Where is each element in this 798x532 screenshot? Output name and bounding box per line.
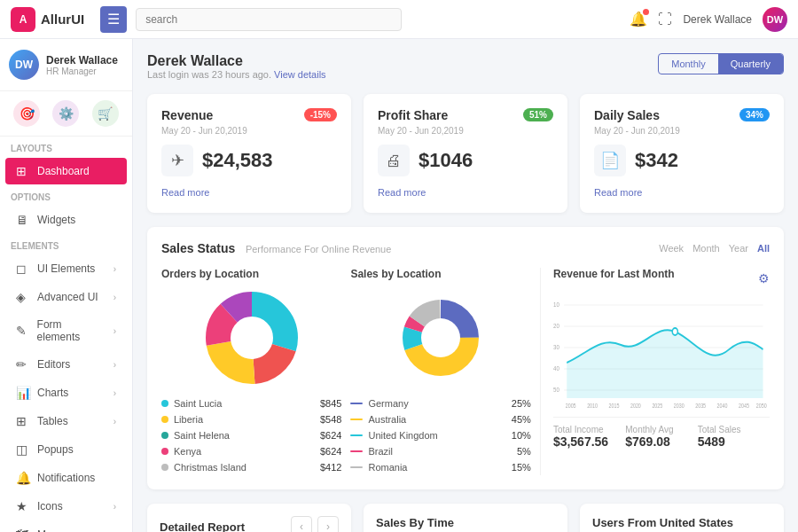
legend-color-dot xyxy=(161,448,168,455)
quarterly-toggle-button[interactable]: Quarterly xyxy=(718,54,783,74)
notification-bell-icon[interactable]: 🔔 xyxy=(630,11,647,27)
legend-label: Romania xyxy=(368,462,407,473)
legend-label: Brazil xyxy=(368,446,393,457)
daily-sales-card: Daily Sales 34% May 20 - Jun 20,2019 📄 $… xyxy=(580,94,784,213)
profile-role: HR Manager xyxy=(46,66,118,76)
sidebar-item-label: Maps xyxy=(37,528,63,532)
advanced-ui-icon: ◈ xyxy=(16,290,30,304)
filter-all[interactable]: All xyxy=(757,243,770,254)
monthly-avg-stat: Monthly Avg $769.08 xyxy=(625,425,697,449)
legend-item: Saint Helena $624 xyxy=(161,427,341,443)
legend-value: $548 xyxy=(320,414,341,425)
sidebar-item-label: Tables xyxy=(37,415,68,427)
revenue-header: Revenue for Last Month ⚙ xyxy=(553,268,770,289)
sidebar-item-widgets[interactable]: 🖥 Widgets xyxy=(5,207,127,233)
legend-item: United Kingdom 10% xyxy=(350,427,530,443)
filter-month[interactable]: Month xyxy=(692,243,720,254)
widgets-icon: 🖥 xyxy=(16,213,30,227)
legend-color-dash xyxy=(350,466,363,468)
svg-text:30: 30 xyxy=(553,343,559,351)
charts-icon: 📊 xyxy=(16,386,30,400)
sidebar-item-label: Widgets xyxy=(37,214,75,226)
sales-by-location-section: Sales by Location xyxy=(350,268,539,475)
legend-label: Australia xyxy=(368,414,406,425)
form-icon: ✎ xyxy=(16,324,30,338)
nav-username: Derek Wallace xyxy=(683,13,752,26)
legend-color-dash xyxy=(350,434,363,436)
sales-pie-svg xyxy=(392,289,489,387)
main-layout: DW Derek Wallace HR Manager 🎯 ⚙️ 🛒 Layou… xyxy=(0,39,798,532)
filter-year[interactable]: Year xyxy=(729,243,748,254)
sidebar-item-icons[interactable]: ★ Icons › xyxy=(5,493,127,520)
sidebar-item-label: Form elements xyxy=(37,318,106,343)
sidebar-icon-settings[interactable]: ⚙️ xyxy=(52,100,79,127)
stat-label: Total Income xyxy=(553,425,625,434)
sidebar-item-label: Dashboard xyxy=(37,165,90,177)
search-input[interactable] xyxy=(136,8,402,31)
page-title: Derek Wallace xyxy=(147,53,326,69)
chevron-right-icon: › xyxy=(113,293,116,302)
sidebar-item-ui-elements[interactable]: ◻ UI Elements › xyxy=(5,255,127,282)
sidebar-icon-target[interactable]: 🎯 xyxy=(13,100,40,127)
avatar: DW xyxy=(9,50,39,80)
card-title: Revenue xyxy=(161,108,213,122)
sidebar-icon-cart[interactable]: 🛒 xyxy=(92,100,119,127)
filter-week[interactable]: Week xyxy=(659,243,684,254)
gear-icon[interactable]: ⚙ xyxy=(758,271,770,286)
sidebar-item-notifications[interactable]: 🔔 Notifications xyxy=(5,465,127,491)
sales-by-time-title: Sales By Time xyxy=(376,516,454,529)
legend-item: Christmas Island $412 xyxy=(161,459,341,475)
legend-color-dash xyxy=(350,419,363,420)
app-logo: A AllurUI xyxy=(11,7,84,32)
next-button[interactable]: › xyxy=(317,516,339,532)
nav-right: 🔔 ⛶ Derek Wallace DW xyxy=(630,7,787,32)
sales-by-time-card: Sales By Time xyxy=(364,504,567,532)
monthly-toggle-button[interactable]: Monthly xyxy=(659,54,718,74)
sidebar-item-charts[interactable]: 📊 Charts › xyxy=(5,379,127,406)
orders-by-location-section: Orders by Location xyxy=(161,268,350,475)
legend-item: Germany 25% xyxy=(350,395,530,411)
hamburger-button[interactable]: ☰ xyxy=(100,6,127,33)
legend-color-dot xyxy=(161,464,168,471)
card-icon: 📄 xyxy=(594,145,626,176)
sidebar-item-label: Icons xyxy=(37,500,63,512)
card-icon: ✈ xyxy=(161,145,193,176)
nav-avatar[interactable]: DW xyxy=(763,7,787,32)
sales-status-header: Sales Status Performance For Online Reve… xyxy=(161,241,770,255)
sidebar-item-advanced-ui[interactable]: ◈ Advanced UI › xyxy=(5,284,127,310)
top-nav: A AllurUI ☰ 🔔 ⛶ Derek Wallace DW xyxy=(0,0,798,39)
expand-icon[interactable]: ⛶ xyxy=(658,12,672,27)
legend-label: Kenya xyxy=(174,446,201,457)
sidebar-item-editors[interactable]: ✏ Editors › xyxy=(5,351,127,378)
sales-charts: Orders by Location xyxy=(161,268,770,475)
legend-label: Christmas Island xyxy=(174,462,246,473)
card-read-more-link[interactable]: Read more xyxy=(161,187,209,198)
total-income-stat: Total Income $3,567.56 xyxy=(553,425,625,449)
card-amount: $1046 xyxy=(419,149,473,172)
card-badge: -15% xyxy=(304,108,337,121)
card-date: May 20 - Jun 20,2019 xyxy=(161,126,337,136)
legend-color-dash xyxy=(350,450,363,452)
legend-item: Saint Lucia $845 xyxy=(161,395,341,411)
last-login-text: Last login was 23 hours ago. View detail… xyxy=(147,69,326,80)
card-read-more-link[interactable]: Read more xyxy=(378,187,426,198)
sidebar-item-popups[interactable]: ◫ Popups xyxy=(5,436,127,463)
svg-text:2035: 2035 xyxy=(695,402,706,409)
sidebar-item-tables[interactable]: ⊞ Tables › xyxy=(5,408,127,434)
legend-color-dot xyxy=(161,400,168,407)
card-date: May 20 - Jun 20,2019 xyxy=(594,126,770,136)
sidebar-item-maps[interactable]: 🗺 Maps xyxy=(5,521,127,532)
sidebar-item-dashboard[interactable]: ⊞ Dashboard xyxy=(5,158,127,184)
view-details-link[interactable]: View details xyxy=(274,69,326,80)
card-amount-row: 🖨 $1046 xyxy=(378,145,553,176)
chevron-right-icon: › xyxy=(113,417,116,426)
users-from-us-title: Users From United States xyxy=(592,516,733,529)
prev-button[interactable]: ‹ xyxy=(291,516,312,532)
card-read-more-link[interactable]: Read more xyxy=(594,187,642,198)
chevron-right-icon: › xyxy=(113,388,116,398)
sidebar-item-form-elements[interactable]: ✎ Form elements › xyxy=(5,312,127,349)
profit-share-card: Profit Share 51% May 20 - Jun 20,2019 🖨 … xyxy=(364,94,567,213)
sales-chart-title: Sales by Location xyxy=(350,268,530,280)
profile-info: Derek Wallace HR Manager xyxy=(46,54,118,76)
revenue-stats: Total Income $3,567.56 Monthly Avg $769.… xyxy=(553,417,770,449)
